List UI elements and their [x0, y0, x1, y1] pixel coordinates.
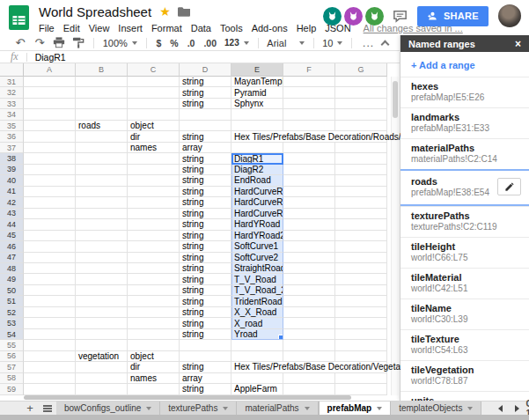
cell-D46[interactable]: string: [180, 241, 231, 252]
cell-G48[interactable]: [335, 263, 387, 274]
cell-G32[interactable]: [335, 87, 387, 98]
cell-F52[interactable]: [283, 307, 335, 318]
column-header-A[interactable]: A: [24, 63, 76, 77]
cell-E57[interactable]: Hex Tiles/Prefabs/Base Decoration/Vegeta…: [231, 362, 387, 372]
cell-D56[interactable]: [180, 351, 231, 362]
named-range-tileHeight[interactable]: tileHeightworld!C66:L75: [400, 237, 529, 268]
all-sheets-menu-button[interactable]: [39, 402, 56, 415]
cell-C59[interactable]: [128, 384, 180, 394]
column-header-G[interactable]: G: [335, 63, 387, 77]
cell-D51[interactable]: string: [180, 296, 231, 306]
row-header-31[interactable]: 31: [0, 77, 24, 87]
decrease-decimal-button[interactable]: .0: [183, 38, 200, 48]
cell-G45[interactable]: [335, 231, 387, 241]
cell-C58[interactable]: names: [128, 373, 180, 384]
cell-G38[interactable]: [335, 153, 387, 164]
cell-E54[interactable]: Yroad: [231, 329, 283, 340]
cell-E46[interactable]: SoftCurve1: [231, 241, 283, 252]
cell-E44[interactable]: HardYRoad: [231, 219, 283, 230]
cell-F35[interactable]: [283, 121, 335, 131]
cell-A55[interactable]: [24, 340, 76, 350]
cell-E41[interactable]: HardCurveR1: [231, 187, 283, 197]
cell-E53[interactable]: X_road: [231, 318, 283, 328]
print-button[interactable]: [49, 36, 69, 50]
select-all-corner[interactable]: [0, 63, 24, 77]
cell-E42[interactable]: HardCurveR2: [231, 197, 283, 208]
cell-F34[interactable]: [283, 109, 335, 120]
cell-G46[interactable]: [335, 241, 387, 252]
cell-A31[interactable]: [24, 77, 76, 87]
cell-D45[interactable]: string: [180, 231, 231, 241]
cell-E39[interactable]: DiagR2: [231, 165, 283, 175]
cell-C56[interactable]: object: [128, 351, 180, 362]
named-range-tileName[interactable]: tileNameworld!C30:L39: [400, 298, 529, 329]
cell-E31[interactable]: MayanTemple: [231, 77, 283, 87]
cell-G35[interactable]: [335, 121, 387, 131]
cell-F38[interactable]: [283, 153, 335, 164]
cell-A54[interactable]: [24, 329, 76, 340]
cell-B43[interactable]: [76, 209, 128, 219]
cell-C42[interactable]: [128, 197, 180, 208]
cell-B59[interactable]: [76, 384, 128, 394]
row-header-58[interactable]: 58: [0, 373, 24, 384]
vertical-scrollbar-thumb[interactable]: [393, 81, 398, 118]
cell-E47[interactable]: SoftCurve2: [231, 253, 283, 263]
cell-E40[interactable]: EndRoad: [231, 175, 283, 186]
cell-D43[interactable]: string: [180, 209, 231, 219]
row-header-36[interactable]: 36: [0, 131, 24, 142]
cell-B37[interactable]: [76, 143, 128, 153]
cell-E33[interactable]: Sphynx: [231, 99, 283, 109]
cell-C54[interactable]: [128, 329, 180, 340]
cell-G43[interactable]: [335, 209, 387, 219]
cell-C57[interactable]: dir: [128, 362, 180, 372]
cell-C53[interactable]: [128, 318, 180, 328]
cell-C35[interactable]: object: [128, 121, 180, 131]
sheet-tab-materialPaths[interactable]: materialPaths: [237, 402, 318, 415]
cell-G34[interactable]: [335, 109, 387, 120]
cell-A51[interactable]: [24, 296, 76, 306]
cell-F32[interactable]: [283, 87, 335, 98]
folder-icon[interactable]: [178, 7, 190, 17]
row-header-34[interactable]: 34: [0, 109, 24, 120]
cell-C33[interactable]: [128, 99, 180, 109]
cell-E34[interactable]: [231, 109, 283, 120]
row-header-49[interactable]: 49: [0, 274, 24, 284]
profile-avatar[interactable]: [498, 4, 521, 27]
cell-C52[interactable]: [128, 307, 180, 318]
cell-C40[interactable]: [128, 175, 180, 186]
cell-B42[interactable]: [76, 197, 128, 208]
cell-D32[interactable]: string: [180, 87, 231, 98]
cell-F42[interactable]: [283, 197, 335, 208]
add-sheet-button[interactable]: +: [21, 402, 39, 415]
cell-F31[interactable]: [283, 77, 335, 87]
cell-A58[interactable]: [24, 373, 76, 384]
cell-D36[interactable]: string: [180, 131, 231, 142]
menu-help[interactable]: Help: [297, 23, 317, 33]
cell-B53[interactable]: [76, 318, 128, 328]
row-header-37[interactable]: 37: [0, 143, 24, 153]
cell-C32[interactable]: [128, 87, 180, 98]
cell-B41[interactable]: [76, 187, 128, 197]
cell-G58[interactable]: [335, 373, 387, 384]
cell-G42[interactable]: [335, 197, 387, 208]
zoom-select[interactable]: 100%: [99, 38, 141, 48]
cell-F51[interactable]: [283, 296, 335, 306]
cell-B48[interactable]: [76, 263, 128, 274]
row-header-48[interactable]: 48: [0, 263, 24, 274]
cell-E52[interactable]: X_X_Road: [231, 307, 283, 318]
cell-F41[interactable]: [283, 187, 335, 197]
cell-A34[interactable]: [24, 109, 76, 120]
currency-format-button[interactable]: $: [151, 38, 165, 48]
row-header-55[interactable]: 55: [0, 340, 24, 350]
cell-E56[interactable]: [231, 351, 283, 362]
formula-bar[interactable]: fx DiagR1: [0, 51, 400, 63]
number-format-select[interactable]: 123: [221, 38, 253, 48]
cell-E32[interactable]: Pyramid: [231, 87, 283, 98]
cell-A46[interactable]: [24, 241, 76, 252]
cell-F54[interactable]: [283, 329, 335, 340]
cell-A40[interactable]: [24, 175, 76, 186]
cell-A36[interactable]: [24, 131, 76, 142]
cell-C48[interactable]: [128, 263, 180, 274]
cell-A48[interactable]: [24, 263, 76, 274]
horizontal-scrollbar-thumb[interactable]: [24, 395, 351, 400]
